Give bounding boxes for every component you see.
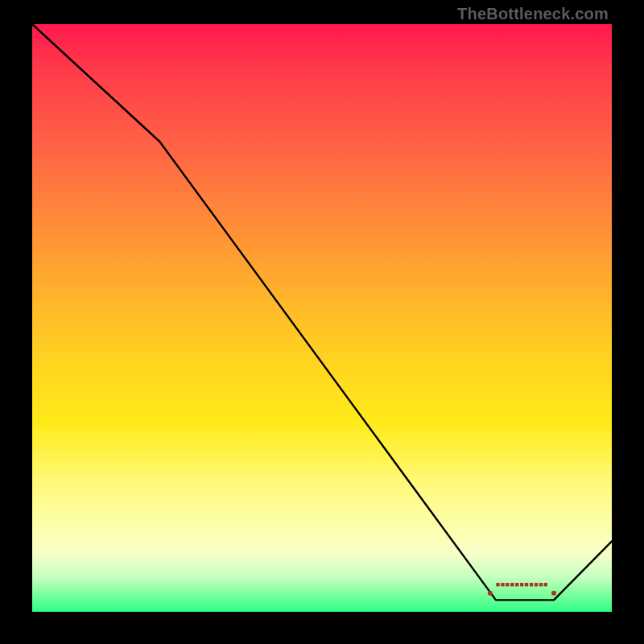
bottleneck-curve bbox=[32, 24, 612, 600]
min-region-label: ■■■■■■■■■■■ bbox=[496, 580, 548, 588]
attribution-label: TheBottleneck.com bbox=[457, 5, 609, 23]
min-marker-right bbox=[551, 591, 556, 596]
chart-svg: ■■■■■■■■■■■ bbox=[32, 24, 612, 612]
min-marker-left bbox=[488, 591, 493, 596]
chart-frame: TheBottleneck.com ■■■■■■■■■■■ bbox=[0, 0, 644, 644]
